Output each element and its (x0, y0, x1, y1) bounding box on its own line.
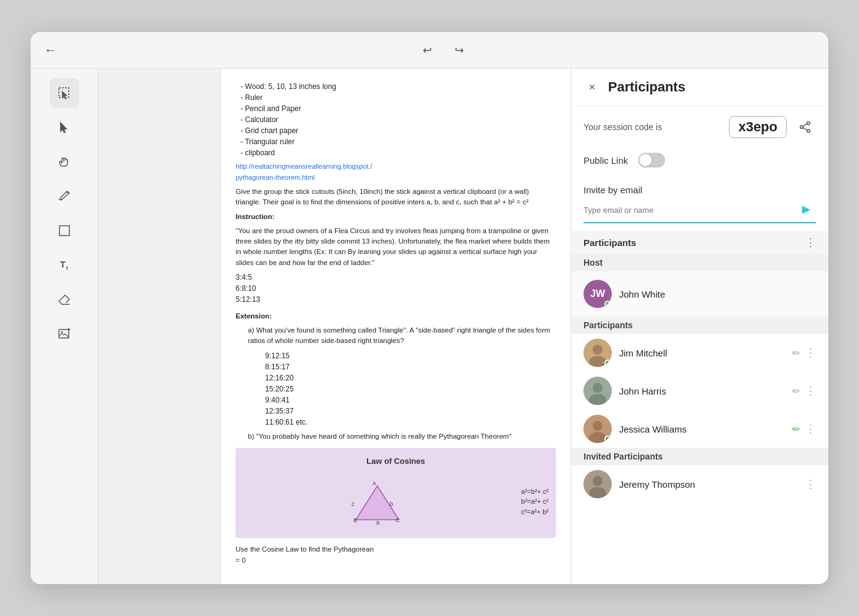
shape-tool-button[interactable] (50, 216, 79, 245)
participants-list-header: Participants (571, 317, 828, 334)
host-section: JW John White (571, 271, 828, 317)
text-tool-button[interactable]: Tт (50, 250, 79, 280)
formula-1: a²=b²+ c² (521, 487, 549, 497)
svg-text:B: B (353, 517, 357, 523)
participants-section-header: Participants ⋮ (571, 231, 828, 254)
ratios-block: 3:4:5 6:8:10 5:12:13 (236, 272, 556, 305)
instruction-title: Instruction: (236, 212, 556, 222)
left-toolbar: Tт (31, 69, 98, 584)
document-content[interactable]: Wood: 5, 10, 13 inches long Ruler Pencil… (221, 69, 571, 584)
extension-b-text: b) "You probably have heard of something… (236, 431, 556, 442)
public-link-toggle[interactable] (638, 153, 665, 167)
john-harris-name: John Harris (619, 386, 666, 396)
jim-more-button[interactable]: ⋮ (805, 346, 816, 360)
hand-tool-button[interactable] (50, 147, 79, 177)
invite-input[interactable] (584, 206, 796, 215)
material-item: Calculator (241, 114, 556, 125)
eraser-tool-button[interactable] (50, 285, 79, 314)
svg-line-18 (803, 124, 807, 126)
canvas-area: Wood: 5, 10, 13 inches long Ruler Pencil… (98, 69, 571, 584)
host-initials: JW (590, 288, 605, 299)
public-link-label: Public Link (584, 155, 628, 166)
panel-title: Participants (608, 79, 685, 95)
participants-panel: × Participants Your session code is x3ep… (571, 69, 828, 584)
invite-section: Invite by email (571, 177, 828, 231)
select-tool-button[interactable] (50, 79, 79, 108)
svg-marker-1 (62, 91, 67, 99)
invited-section-header: Invited Participants (571, 448, 828, 465)
svg-point-30 (593, 421, 603, 431)
svg-line-19 (803, 128, 807, 130)
eraser-icon (57, 292, 72, 307)
invite-row (584, 200, 816, 223)
cursor-tool-button[interactable] (50, 113, 79, 142)
svg-text:a: a (376, 519, 380, 526)
cursor-icon (57, 120, 72, 135)
back-button[interactable]: ← (40, 40, 60, 60)
jessica-more-button[interactable]: ⋮ (805, 422, 816, 436)
participants-section-label: Participants (584, 237, 636, 248)
material-item: Triangular ruler (241, 136, 556, 147)
invite-label: Invite by email (584, 185, 816, 195)
svg-text:c: c (352, 501, 355, 507)
host-label: Host (584, 258, 603, 268)
image-tool-button[interactable] (50, 319, 79, 348)
jessica-avatar (584, 415, 612, 443)
panel-header: × Participants (571, 69, 828, 106)
text-tool-label: Tт (60, 259, 69, 271)
share-icon (798, 120, 812, 134)
svg-point-24 (593, 345, 603, 355)
jim-online-dot (604, 360, 611, 366)
answer-item: 9:40:41 (265, 395, 556, 406)
extension-a-answers: 9:12:15 8:15:17 12:16:20 15:20:25 9:40:4… (236, 350, 556, 428)
hand-icon (57, 155, 72, 169)
panel-body: Your session code is x3epo (571, 106, 828, 584)
participant-item-jeremy: Jeremy Thompson ⋮ (571, 465, 828, 503)
toggle-knob (639, 154, 652, 166)
redo-button[interactable]: ↪ (449, 40, 469, 60)
svg-text:A: A (372, 480, 376, 487)
share-button[interactable] (794, 116, 816, 138)
jeremy-more-button[interactable]: ⋮ (805, 477, 816, 491)
svg-point-33 (593, 476, 603, 486)
jessica-actions: ✏ ⋮ (792, 422, 816, 436)
session-code-label: Your session code is (584, 122, 722, 132)
app-window: ← ↩ ↪ (31, 32, 828, 584)
material-item: Wood: 5, 10, 13 inches long (241, 81, 556, 92)
cosine-formulas: a²=b²+ c² b²=a²+ c² c²=a²+ b² (521, 487, 549, 517)
participants-more-button[interactable]: ⋮ (805, 236, 816, 249)
image-icon (57, 326, 72, 341)
triangle-diagram: c b a A B C (347, 477, 408, 526)
john-harris-more-button[interactable]: ⋮ (805, 384, 816, 398)
jim-name: Jim Mitchell (619, 348, 667, 358)
session-code-value: x3epo (729, 116, 787, 138)
svg-point-16 (800, 126, 803, 129)
undo-button[interactable]: ↩ (417, 40, 437, 60)
material-item: clipboard (241, 147, 556, 158)
close-panel-button[interactable]: × (584, 79, 601, 96)
svg-marker-2 (60, 121, 67, 133)
jessica-name: Jessica Williams (619, 424, 687, 434)
answer-item: 9:12:15 (265, 350, 556, 361)
extension-block: Extension: a) What you've found is somet… (236, 311, 556, 442)
extension-a-text: a) What you've found is something called… (236, 325, 556, 347)
svg-point-15 (807, 121, 810, 125)
answer-item: 15:20:25 (265, 383, 556, 395)
jessica-online-dot (604, 436, 611, 442)
resource-link[interactable]: http://realtachingmeansreallearning.blog… (236, 163, 372, 181)
answer-item: 12:16:20 (265, 372, 556, 383)
main-content: Tт (31, 69, 828, 584)
svg-point-27 (593, 383, 603, 393)
invite-send-button[interactable] (796, 200, 816, 220)
ratio-item: 5:12:13 (236, 294, 556, 305)
participant-item-jim: Jim Mitchell ✏ ⋮ (571, 334, 828, 372)
host-section-header: Host (571, 254, 828, 271)
john-harris-edit-icon: ✏ (792, 385, 800, 397)
ratio-item: 3:4:5 (236, 272, 556, 283)
john-harris-avatar-photo (584, 377, 612, 405)
jeremy-name: Jeremy Thompson (619, 479, 695, 490)
materials-list: Wood: 5, 10, 13 inches long Ruler Pencil… (236, 81, 556, 158)
body-text-1: Give the group the stick cutouts (5inch,… (236, 187, 556, 208)
answer-item: 12:35:37 (265, 406, 556, 417)
pencil-tool-button[interactable] (50, 182, 79, 211)
